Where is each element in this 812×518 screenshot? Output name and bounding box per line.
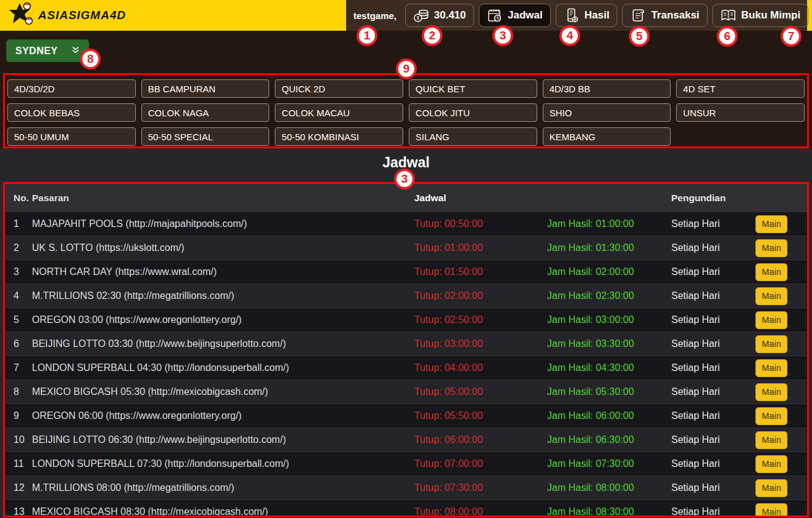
table-row: 11LONDON SUPERBALL 07:30 (http://londons… — [5, 452, 807, 476]
annotation-circle: 7 — [781, 26, 802, 47]
scroll-receipt-icon — [630, 7, 646, 23]
row-number: 11 — [5, 458, 32, 469]
main-button[interactable]: Main — [755, 359, 787, 377]
pasaran-name: OREGON 03:00 (https://www.oregonlottery.… — [32, 314, 414, 325]
nav-buku-mimpi-button[interactable]: Buku Mimpi — [712, 4, 808, 27]
action-cell: Main — [755, 311, 807, 329]
main-button[interactable]: Main — [755, 431, 787, 449]
pengundian-value: Setiap Hari — [671, 458, 755, 469]
pengundian-value: Setiap Hari — [671, 386, 755, 397]
nav-jadwal-label: Jadwal — [508, 9, 543, 22]
main-button[interactable]: Main — [755, 239, 787, 257]
main-button[interactable]: Main — [755, 383, 787, 401]
pasaran-name: UK S. LOTTO (https://ukslott.com/) — [32, 242, 414, 253]
action-cell: Main — [755, 479, 807, 497]
bet-type-button[interactable]: SILANG — [409, 127, 537, 146]
annotation-circle: 3 — [394, 169, 415, 189]
pasaran-name: MEXICO BIGCASH 05:30 (http://mexicobigca… — [32, 386, 414, 397]
pasaran-name: BEIJING LOTTO 06:30 (http://www.beijings… — [32, 434, 414, 445]
pengundian-value: Setiap Hari — [671, 242, 755, 253]
annotation-circle: 5 — [629, 26, 650, 47]
nav-transaksi-button[interactable]: Transaksi — [622, 4, 707, 27]
pasaran-name: NORTH CAR DAY (https://www.wral.com/) — [32, 266, 414, 277]
bet-type-button[interactable]: 4D/3D BB — [543, 79, 671, 98]
annotation-circle: 2 — [422, 25, 443, 46]
nav-hasil-button[interactable]: Hasil — [556, 4, 618, 27]
main-button[interactable]: Main — [755, 455, 787, 473]
brand-logo: ASIASIGMA4D — [9, 0, 126, 31]
col-header-jadwal: Jadwal — [414, 193, 547, 204]
bet-type-button[interactable]: UNSUR — [676, 103, 805, 122]
bet-type-button[interactable]: COLOK NAGA — [141, 103, 270, 122]
balance-value: 30.410 — [434, 9, 466, 22]
action-cell: Main — [755, 287, 807, 305]
jam-hasil-time: Jam Hasil: 04:30:00 — [547, 362, 671, 373]
pengundian-value: Setiap Hari — [671, 410, 755, 421]
action-cell: Main — [755, 263, 807, 281]
bet-type-button[interactable]: 50-50 UMUM — [7, 127, 136, 146]
bet-type-button[interactable]: KEMBANG — [543, 127, 671, 146]
market-selector-button[interactable]: SYDNEY — [6, 39, 89, 62]
main-button[interactable]: Main — [755, 479, 787, 497]
row-number: 9 — [5, 410, 32, 421]
row-number: 8 — [5, 386, 32, 397]
annotation-circle: 6 — [717, 26, 738, 47]
double-chevron-down-icon — [71, 46, 80, 57]
action-cell: Main — [755, 431, 807, 449]
open-book-icon — [720, 7, 736, 23]
main-button[interactable]: Main — [755, 287, 787, 305]
bet-type-button[interactable]: QUICK BET — [409, 79, 537, 98]
bet-type-button[interactable]: COLOK JITU — [409, 103, 537, 122]
main-button[interactable]: Main — [755, 335, 787, 353]
page-title: Jadwal — [0, 148, 812, 171]
tutup-time: Tutup: 07:30:00 — [414, 482, 547, 493]
main-button[interactable]: Main — [755, 215, 787, 233]
bet-type-button[interactable]: 4D/3D/2D — [7, 79, 136, 98]
bet-type-button[interactable]: 4D SET — [676, 79, 805, 98]
action-cell: Main — [755, 239, 807, 257]
nav-jadwal-button[interactable]: Jadwal — [479, 4, 551, 27]
pasaran-name: M.TRILLIONS 08:00 (http://megatrillions.… — [32, 482, 414, 493]
bet-type-button[interactable]: 50-50 KOMBINASI — [275, 127, 403, 146]
lotto-star-icon — [9, 2, 34, 29]
tutup-time: Tutup: 05:50:00 — [414, 410, 547, 421]
row-number: 1 — [5, 218, 32, 229]
tutup-time: Tutup: 01:00:00 — [414, 242, 547, 253]
col-header-pengundian: Pengundian — [671, 193, 755, 204]
bet-type-button[interactable]: COLOK MACAU — [275, 103, 403, 122]
bet-type-button[interactable]: 50-50 SPECIAL — [141, 127, 270, 146]
jam-hasil-time: Jam Hasil: 02:00:00 — [547, 266, 671, 277]
tutup-time: Tutup: 04:00:00 — [414, 362, 547, 373]
top-bar: ASIASIGMA4D testgame, 30.410 — [0, 0, 812, 31]
market-selector-label: SYDNEY — [15, 46, 58, 57]
table-row: 5OREGON 03:00 (https://www.oregonlottery… — [5, 308, 807, 332]
balance-button[interactable]: 30.410 — [405, 4, 474, 27]
col-header-no: No. — [5, 193, 32, 204]
main-button[interactable]: Main — [755, 263, 787, 281]
table-row: 7LONDON SUPERBALL 04:30 (http://londonsu… — [5, 356, 807, 380]
bet-type-button[interactable]: QUICK 2D — [275, 79, 403, 98]
table-row: 9OREGON 06:00 (https://www.oregonlottery… — [5, 404, 807, 428]
action-cell: Main — [755, 215, 807, 233]
jam-hasil-time: Jam Hasil: 06:00:00 — [547, 410, 671, 421]
jam-hasil-time: Jam Hasil: 06:30:00 — [547, 434, 671, 445]
pengundian-value: Setiap Hari — [671, 290, 755, 301]
annotation-circle: 4 — [559, 25, 580, 46]
jam-hasil-time: Jam Hasil: 01:30:00 — [547, 242, 671, 253]
market-section: SYDNEY 4D/3D/2DBB CAMPURANQUICK 2DQUICK … — [0, 31, 812, 148]
calendar-clock-icon — [487, 7, 503, 23]
coins-icon — [413, 7, 429, 23]
bet-type-button[interactable]: BB CAMPURAN — [141, 79, 270, 98]
bet-type-button[interactable]: COLOK BEBAS — [7, 103, 136, 122]
row-number: 7 — [5, 362, 32, 373]
mobile-results-icon — [564, 7, 580, 23]
tutup-time: Tutup: 06:00:00 — [414, 434, 547, 445]
bet-type-button[interactable]: SHIO — [543, 103, 671, 122]
row-number: 12 — [5, 482, 32, 493]
main-button[interactable]: Main — [755, 407, 787, 425]
tutup-time: Tutup: 01:50:00 — [414, 266, 547, 277]
main-button[interactable]: Main — [755, 503, 787, 518]
table-row: 12M.TRILLIONS 08:00 (http://megatrillion… — [5, 476, 807, 500]
row-number: 4 — [5, 290, 32, 301]
main-button[interactable]: Main — [755, 311, 787, 329]
